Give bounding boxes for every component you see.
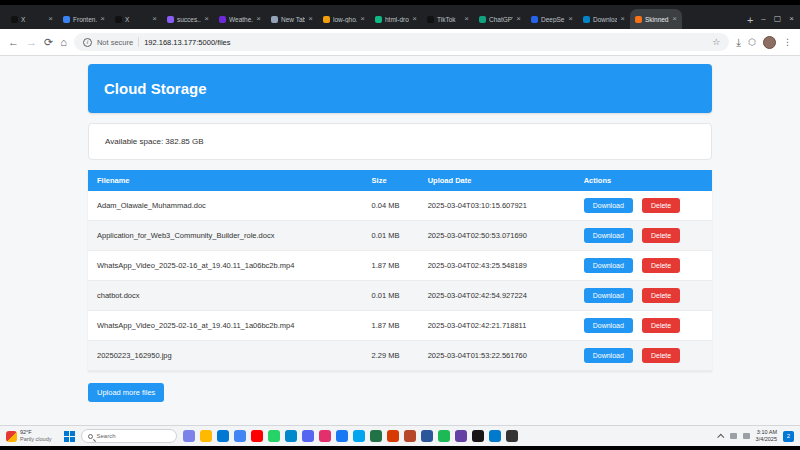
download-button[interactable]: Download: [584, 348, 633, 363]
delete-button[interactable]: Delete: [642, 198, 680, 213]
content-container: Cloud Storage Available space: 382.85 GB…: [88, 56, 712, 402]
tab-close-icon[interactable]: ×: [464, 15, 469, 23]
file-size-cell: 0.04 MB: [363, 191, 419, 221]
browser-tab[interactable]: TikTok ×: [422, 9, 474, 29]
back-icon[interactable]: ←: [8, 37, 19, 48]
tab-close-icon[interactable]: ×: [48, 15, 53, 23]
taskbar-app-github[interactable]: [472, 430, 484, 442]
tab-label: ChatGPT: [489, 16, 513, 23]
forward-icon[interactable]: →: [26, 37, 37, 48]
download-button[interactable]: Download: [584, 258, 633, 273]
file-size-cell: 0.01 MB: [363, 221, 419, 251]
taskbar-app-file-explorer[interactable]: [200, 430, 212, 442]
tab-close-icon[interactable]: ×: [152, 15, 157, 23]
taskbar-app-twitch[interactable]: [455, 430, 467, 442]
taskbar-app-terminal[interactable]: [506, 430, 518, 442]
taskbar-app-outlook[interactable]: [387, 430, 399, 442]
tab-close-icon[interactable]: ×: [100, 15, 105, 23]
volume-icon[interactable]: [743, 433, 750, 439]
browser-tab[interactable]: X ×: [110, 9, 162, 29]
browser-tab[interactable]: ChatGPT ×: [474, 9, 526, 29]
profile-avatar[interactable]: [763, 36, 776, 49]
taskbar-app-facebook[interactable]: [336, 430, 348, 442]
download-button[interactable]: Download: [584, 318, 633, 333]
browser-tab[interactable]: Skinned... ×: [630, 9, 682, 29]
download-button[interactable]: Download: [584, 228, 633, 243]
close-icon[interactable]: ×: [789, 14, 794, 23]
page-header-banner: Cloud Storage: [88, 64, 712, 113]
taskbar-clock[interactable]: 3:10 AM 3/4/2025: [756, 429, 777, 443]
delete-button[interactable]: Delete: [642, 288, 680, 303]
delete-button[interactable]: Delete: [642, 318, 680, 333]
browser-tab[interactable]: Weathe... ×: [214, 9, 266, 29]
not-secure-icon[interactable]: i: [83, 38, 92, 47]
taskbar-app-excel[interactable]: [370, 430, 382, 442]
delete-button[interactable]: Delete: [642, 228, 680, 243]
tab-close-icon[interactable]: ×: [516, 15, 521, 23]
tab-close-icon[interactable]: ×: [204, 15, 209, 23]
screen: X × Fronten... × X × succes... × Weathe.…: [0, 0, 800, 450]
taskbar-weather-widget[interactable]: 92°F Partly cloudy: [6, 429, 52, 443]
taskbar-app-vscode[interactable]: [489, 430, 501, 442]
taskbar-app-instagram[interactable]: [319, 430, 331, 442]
browser-tab[interactable]: New Tab ×: [266, 9, 318, 29]
maximize-icon[interactable]: ▢: [774, 14, 782, 23]
upload-more-files-button[interactable]: Upload more files: [88, 383, 164, 402]
taskbar-app-teams[interactable]: [183, 430, 195, 442]
file-actions-cell: Download Delete: [575, 221, 712, 251]
browser-tab[interactable]: Fronten... ×: [58, 9, 110, 29]
taskbar-app-telegram[interactable]: [285, 430, 297, 442]
file-name-cell: chatbot.docx: [88, 281, 363, 311]
address-bar[interactable]: i Not secure 192.168.13.177:5000/files ☆: [74, 33, 729, 51]
browser-tab[interactable]: DeepSe... ×: [526, 9, 578, 29]
tab-close-icon[interactable]: ×: [308, 15, 313, 23]
search-icon: [88, 434, 93, 439]
download-tray-icon[interactable]: ⤓: [736, 37, 741, 48]
tab-close-icon[interactable]: ×: [412, 15, 417, 23]
tab-label: TikTok: [437, 16, 461, 23]
taskbar-app-edge[interactable]: [217, 430, 229, 442]
new-tab-button[interactable]: +: [747, 14, 753, 26]
taskbar-app-word[interactable]: [421, 430, 433, 442]
browser-tab[interactable]: low-gho... ×: [318, 9, 370, 29]
tab-close-icon[interactable]: ×: [568, 15, 573, 23]
notification-center-badge[interactable]: 2: [783, 431, 794, 442]
network-icon[interactable]: [730, 433, 737, 439]
browser-tab[interactable]: Downloa... ×: [578, 9, 630, 29]
taskbar-app-whatsapp[interactable]: [268, 430, 280, 442]
tab-close-icon[interactable]: ×: [672, 15, 677, 23]
minimize-icon[interactable]: –: [761, 14, 765, 23]
taskbar-search-box[interactable]: Search: [81, 429, 177, 443]
file-name-cell: WhatsApp_Video_2025-02-16_at_19.40.11_1a…: [88, 251, 363, 281]
download-button[interactable]: Download: [584, 198, 633, 213]
browser-tab[interactable]: succes... ×: [162, 9, 214, 29]
available-space-text: Available space: 382.85 GB: [105, 137, 204, 146]
taskbar-app-chrome[interactable]: [234, 430, 246, 442]
tab-strip-tabs: X × Fronten... × X × succes... × Weathe.…: [6, 8, 743, 29]
tab-label: low-gho...: [333, 16, 357, 23]
file-actions-cell: Download Delete: [575, 251, 712, 281]
tab-close-icon[interactable]: ×: [360, 15, 365, 23]
reload-icon[interactable]: ⟳: [44, 37, 53, 48]
delete-button[interactable]: Delete: [642, 348, 680, 363]
home-icon[interactable]: ⌂: [60, 37, 67, 48]
tab-close-icon[interactable]: ×: [256, 15, 261, 23]
taskbar-app-discord[interactable]: [302, 430, 314, 442]
taskbar-app-spotify[interactable]: [438, 430, 450, 442]
delete-button[interactable]: Delete: [642, 258, 680, 273]
browser-tab[interactable]: X ×: [6, 9, 58, 29]
taskbar-app-powerpoint[interactable]: [404, 430, 416, 442]
download-button[interactable]: Download: [584, 288, 633, 303]
file-name-cell: 20250223_162950.jpg: [88, 341, 363, 371]
bookmark-star-icon[interactable]: ☆: [712, 37, 720, 47]
weather-temp: 92°F: [20, 429, 52, 436]
tray-chevron-up-icon[interactable]: [717, 433, 724, 440]
taskbar-app-youtube[interactable]: [251, 430, 263, 442]
taskbar-app-store[interactable]: [353, 430, 365, 442]
files-table: Filename Size Upload Date Actions Adam_O…: [88, 170, 712, 371]
tab-close-icon[interactable]: ×: [620, 15, 625, 23]
menu-kebab-icon[interactable]: ⋮: [783, 37, 792, 47]
extensions-puzzle-icon[interactable]: ⬡: [748, 37, 756, 47]
start-button[interactable]: [64, 431, 75, 442]
browser-tab[interactable]: html-dro... ×: [370, 9, 422, 29]
